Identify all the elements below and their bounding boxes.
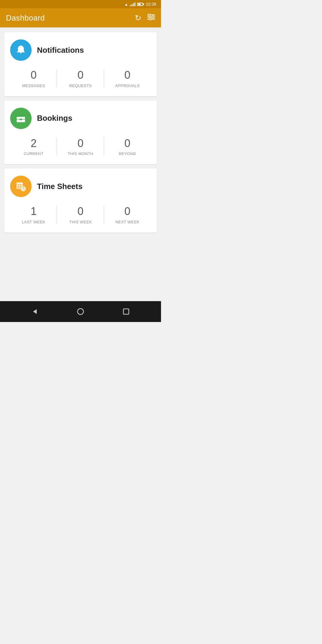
bookings-stats: 2 CURRENT 0 THIS MONTH 0 BEYOND <box>10 137 151 156</box>
beyond-value: 0 <box>124 137 130 149</box>
current-label: CURRENT <box>24 151 44 156</box>
wifi-icon: ▲ <box>124 2 128 7</box>
notifications-stats: 0 MESSAGES 0 REQUESTS 0 APPROVALS <box>10 69 151 88</box>
next-week-value: 0 <box>124 205 130 217</box>
stat-last-week[interactable]: 1 LAST WEEK <box>10 205 57 224</box>
briefcase-icon <box>15 113 27 124</box>
this-month-value: 0 <box>78 137 83 149</box>
signal-icon <box>130 2 135 6</box>
requests-label: REQUESTS <box>69 83 92 88</box>
refresh-button[interactable]: ↺ <box>135 13 141 23</box>
bell-icon <box>15 44 27 56</box>
this-month-label: THIS MONTH <box>68 151 93 156</box>
timesheets-title: Time Sheets <box>37 182 83 191</box>
stat-this-week[interactable]: 0 THIS WEEK <box>57 205 104 224</box>
svg-point-5 <box>149 18 151 20</box>
home-button[interactable] <box>74 305 87 318</box>
svg-point-1 <box>148 14 151 16</box>
current-value: 2 <box>31 137 37 149</box>
beyond-label: BEYOND <box>119 151 136 156</box>
notifications-title: Notifications <box>37 46 84 55</box>
svg-marker-21 <box>33 309 37 314</box>
timesheets-icon-circle <box>10 176 32 197</box>
back-button[interactable] <box>28 305 41 318</box>
status-bar: ▲ 10:38 <box>0 0 161 8</box>
timesheets-header: Time Sheets <box>10 176 151 197</box>
notifications-header: Notifications <box>10 39 151 61</box>
status-icons: ▲ 10:38 <box>124 2 156 7</box>
this-week-value: 0 <box>78 205 83 217</box>
next-week-label: NEXT WEEK <box>115 220 140 224</box>
stat-messages[interactable]: 0 MESSAGES <box>10 69 57 88</box>
notifications-icon-circle <box>10 39 32 61</box>
approvals-value: 0 <box>124 69 130 81</box>
messages-label: MESSAGES <box>22 83 45 88</box>
notifications-card: Notifications 0 MESSAGES 0 REQUESTS 0 AP… <box>4 32 157 96</box>
svg-point-6 <box>20 45 21 47</box>
recents-button[interactable] <box>120 305 133 318</box>
app-bar-actions: ↺ <box>135 13 155 23</box>
main-content: Notifications 0 MESSAGES 0 REQUESTS 0 AP… <box>0 27 161 301</box>
battery-icon <box>137 3 143 6</box>
app-bar-title: Dashboard <box>6 13 45 23</box>
bookings-header: Bookings <box>10 108 151 129</box>
stat-beyond[interactable]: 0 BEYOND <box>104 137 151 156</box>
stat-approvals[interactable]: 0 APPROVALS <box>104 69 151 88</box>
filter-button[interactable] <box>147 14 155 22</box>
approvals-label: APPROVALS <box>115 83 140 88</box>
bookings-card: Bookings 2 CURRENT 0 THIS MONTH 0 BEYOND <box>4 100 157 165</box>
timesheets-stats: 1 LAST WEEK 0 THIS WEEK 0 NEXT WEEK <box>10 205 151 224</box>
requests-value: 0 <box>78 69 83 81</box>
this-week-label: THIS WEEK <box>69 220 92 224</box>
nav-bar <box>0 301 161 322</box>
status-time: 10:38 <box>146 2 156 7</box>
stat-next-week[interactable]: 0 NEXT WEEK <box>104 205 151 224</box>
calendar-clock-icon <box>15 181 27 192</box>
messages-value: 0 <box>31 69 37 81</box>
svg-point-3 <box>152 16 154 18</box>
svg-rect-23 <box>123 309 129 314</box>
last-week-label: LAST WEEK <box>22 220 45 224</box>
app-bar: Dashboard ↺ <box>0 8 161 27</box>
last-week-value: 1 <box>31 205 37 217</box>
svg-point-22 <box>78 309 83 315</box>
stat-this-month[interactable]: 0 THIS MONTH <box>57 137 104 156</box>
stat-current[interactable]: 2 CURRENT <box>10 137 57 156</box>
bookings-title: Bookings <box>37 114 72 123</box>
timesheets-card: Time Sheets 1 LAST WEEK 0 THIS WEEK 0 NE… <box>4 168 157 233</box>
bookings-icon-circle <box>10 108 32 129</box>
stat-requests[interactable]: 0 REQUESTS <box>57 69 104 88</box>
